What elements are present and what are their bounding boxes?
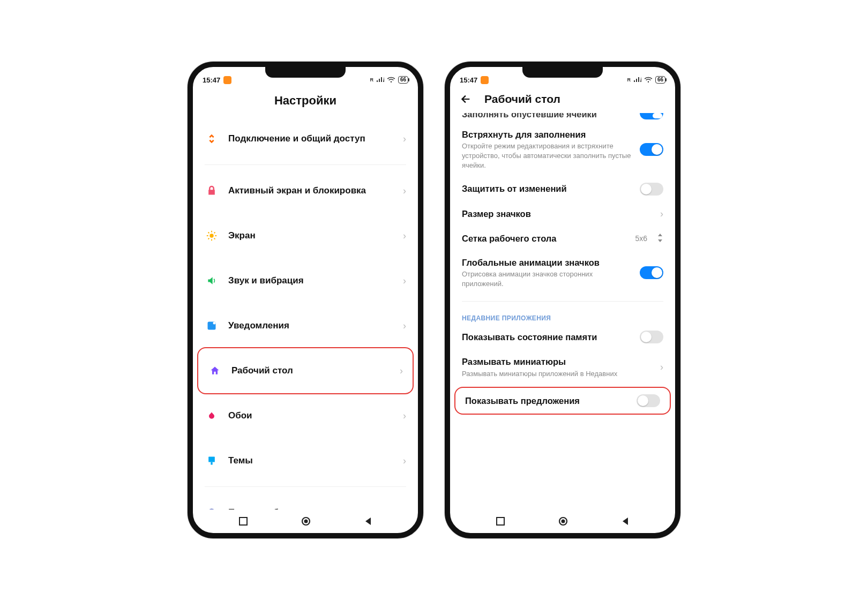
page-title: Настройки xyxy=(193,89,418,116)
status-r-label: R xyxy=(627,77,631,82)
svg-point-0 xyxy=(209,234,213,237)
item-global-anim[interactable]: Глобальные анимации значков Отрисовка ан… xyxy=(452,251,673,295)
home-settings-list[interactable]: Заполнять опустевшие ячейки Встряхнуть д… xyxy=(450,113,675,509)
settings-item-sound[interactable]: Звук и вибрация › xyxy=(195,258,416,303)
svg-rect-3 xyxy=(208,457,215,462)
status-app-icon xyxy=(223,76,231,84)
svg-point-12 xyxy=(561,520,565,523)
chevron-right-icon: › xyxy=(660,362,663,373)
wallpaper-icon xyxy=(205,410,219,421)
phone-right: 15:47 R 66 Рабочий стол Запол xyxy=(445,62,680,538)
chevron-right-icon: › xyxy=(403,320,406,332)
settings-list[interactable]: Подключение и общий доступ › Активный эк… xyxy=(193,116,418,509)
wifi-icon xyxy=(644,77,653,83)
settings-item-notifications[interactable]: Уведомления › xyxy=(195,303,416,348)
settings-item-display[interactable]: Экран › xyxy=(195,213,416,258)
item-subtitle: Размывать миниатюры приложений в Недавни… xyxy=(462,369,653,379)
nav-back-button[interactable] xyxy=(364,517,372,526)
chevron-right-icon: › xyxy=(403,275,406,287)
volume-icon xyxy=(205,275,219,286)
navigation-bar xyxy=(193,509,418,533)
divider xyxy=(205,164,406,165)
chevron-right-icon: › xyxy=(660,208,663,220)
settings-item-label: Подключение и общий доступ xyxy=(228,133,393,144)
header-row: Рабочий стол xyxy=(450,89,675,113)
phone-left: 15:47 R 66 Настройки Подключение и xyxy=(188,62,423,538)
phone-notch xyxy=(265,66,346,78)
settings-item-lockscreen[interactable]: Активный экран и блокировка › xyxy=(195,168,416,213)
chevron-right-icon: › xyxy=(400,365,403,377)
svg-point-9 xyxy=(304,520,308,523)
settings-item-label: Экран xyxy=(228,230,393,241)
item-title: Показывать предложения xyxy=(465,395,629,407)
highlight-home: Рабочий стол › xyxy=(197,347,414,394)
divider xyxy=(462,301,663,302)
toggle-global-anim[interactable] xyxy=(640,266,663,279)
toggle-show-suggestions[interactable] xyxy=(637,394,660,407)
status-r-label: R xyxy=(370,77,373,82)
toggle-memory-state[interactable] xyxy=(640,331,663,343)
item-memory-state[interactable]: Показывать состояние памяти xyxy=(452,324,673,350)
settings-item-label: Активный экран и блокировка xyxy=(228,185,393,196)
home-icon xyxy=(208,365,222,376)
settings-item-label: Темы xyxy=(228,455,393,466)
item-title: Размывать миниатюры xyxy=(462,356,653,368)
item-title: Глобальные анимации значков xyxy=(462,257,632,268)
chevron-right-icon: › xyxy=(403,455,406,467)
signal-icon xyxy=(376,77,384,83)
share-icon xyxy=(205,133,219,145)
svg-rect-10 xyxy=(497,518,504,525)
navigation-bar xyxy=(450,509,675,533)
nav-back-button[interactable] xyxy=(622,517,629,526)
nav-recents-button[interactable] xyxy=(239,517,248,526)
sun-icon xyxy=(205,230,219,242)
status-time: 15:47 xyxy=(460,76,477,84)
item-protect-changes[interactable]: Защитить от изменений xyxy=(452,176,673,202)
settings-item-label: Обои xyxy=(228,410,393,421)
nav-home-button[interactable] xyxy=(558,516,568,527)
divider xyxy=(205,486,406,487)
item-shake-fill[interactable]: Встряхнуть для заполнения Откройте режим… xyxy=(452,123,673,176)
item-title: Размер значков xyxy=(462,208,653,220)
settings-item-label: Рабочий стол xyxy=(231,365,390,376)
lock-icon xyxy=(205,185,219,196)
item-icon-size[interactable]: Размер значков › xyxy=(452,202,673,226)
nav-recents-button[interactable] xyxy=(496,517,505,526)
signal-icon xyxy=(633,77,641,83)
notification-icon xyxy=(205,320,219,331)
wifi-icon xyxy=(387,77,395,83)
settings-item-home[interactable]: Рабочий стол › xyxy=(198,348,413,393)
item-grid[interactable]: Сетка рабочего стола 5x6 xyxy=(452,227,673,251)
settings-item-label: Звук и вибрация xyxy=(228,275,393,286)
settings-item-label: Уведомления xyxy=(228,320,393,331)
theme-icon xyxy=(205,455,219,466)
svg-rect-4 xyxy=(211,462,212,465)
svg-point-2 xyxy=(213,322,216,325)
settings-item-themes[interactable]: Темы › xyxy=(195,438,416,483)
item-value: 5x6 xyxy=(635,234,647,243)
settings-item-wallpaper[interactable]: Обои › xyxy=(195,393,416,438)
toggle-partial xyxy=(640,113,663,119)
item-title: Защитить от изменений xyxy=(462,183,632,194)
status-time: 15:47 xyxy=(203,76,220,84)
item-show-suggestions[interactable]: Показывать предложения xyxy=(455,388,670,414)
chevron-right-icon: › xyxy=(403,230,406,242)
highlight-suggestions: Показывать предложения xyxy=(454,387,671,415)
battery-icon: 66 xyxy=(655,76,665,84)
nav-home-button[interactable] xyxy=(301,516,311,527)
section-header-recents: НЕДАВНИЕ ПРИЛОЖЕНИЯ xyxy=(452,305,673,324)
toggle-protect-changes[interactable] xyxy=(640,183,663,196)
chevron-right-icon: › xyxy=(403,185,406,197)
toggle-shake-fill[interactable] xyxy=(640,143,663,156)
page-title: Рабочий стол xyxy=(481,93,665,106)
phone-notch xyxy=(522,66,603,78)
item-subtitle: Отрисовка анимации значков сторонних при… xyxy=(462,269,632,288)
item-title: Встряхнуть для заполнения xyxy=(462,129,632,140)
back-button[interactable] xyxy=(460,93,472,105)
chevron-right-icon: › xyxy=(403,410,406,422)
item-subtitle: Откройте режим редактирования и встряхни… xyxy=(462,141,632,170)
partial-item-top: Заполнять опустевшие ячейки xyxy=(452,113,673,119)
settings-item-connection[interactable]: Подключение и общий доступ › xyxy=(195,116,416,161)
item-blur-thumbs[interactable]: Размывать миниатюры Размывать миниатюры … xyxy=(452,350,673,385)
settings-item-security[interactable]: Пароли и безопасность › xyxy=(195,490,416,509)
